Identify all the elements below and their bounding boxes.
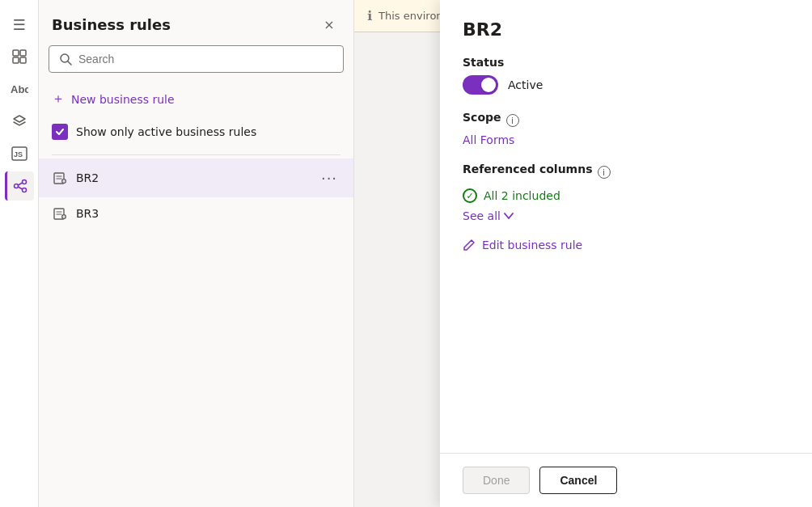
close-button[interactable]: ×	[318, 13, 340, 36]
flow-icon[interactable]	[5, 171, 34, 201]
info-icon: ℹ	[367, 8, 372, 23]
rule-name-br2: BR2	[76, 171, 99, 184]
svg-rect-2	[13, 57, 19, 63]
abc-icon[interactable]: Abc	[5, 74, 34, 104]
scope-section: Scope i All Forms	[463, 111, 789, 146]
svg-rect-3	[20, 57, 26, 63]
filter-label[interactable]: Show only active business rules	[76, 125, 256, 138]
business-rules-panel: Business rules × ＋ New business rule Sho…	[39, 0, 354, 507]
filter-row: Show only active business rules	[39, 116, 353, 148]
done-button[interactable]: Done	[463, 467, 530, 494]
panel-title: Business rules	[52, 16, 171, 33]
detail-panel: BR2 Status Active Scope i All Forms	[440, 0, 812, 507]
referenced-info-icon[interactable]: i	[598, 166, 611, 179]
js-icon[interactable]: JS	[5, 139, 34, 168]
svg-text:JS: JS	[14, 150, 23, 158]
panel-header: Business rules ×	[39, 0, 353, 45]
main-content: ℹ This environment is associated with [P…	[354, 0, 812, 507]
referenced-label: Referenced columns	[463, 163, 593, 175]
rule-item-br2[interactable]: BR2 ···	[39, 158, 353, 197]
svg-line-10	[19, 183, 23, 185]
toggle-text: Active	[508, 78, 543, 91]
rule-list: BR2 ··· BR3	[39, 155, 353, 230]
see-all-button[interactable]: See all	[463, 209, 789, 222]
search-container	[49, 45, 344, 73]
search-input[interactable]	[78, 53, 333, 65]
status-toggle[interactable]	[463, 75, 498, 95]
grid-icon[interactable]	[5, 42, 34, 71]
rule-name-br3: BR3	[76, 207, 99, 220]
cancel-button[interactable]: Cancel	[539, 467, 617, 494]
hamburger-icon[interactable]: ☰	[5, 10, 34, 39]
status-section: Status Active	[463, 56, 789, 95]
svg-rect-0	[13, 50, 19, 56]
toggle-row: Active	[463, 75, 789, 95]
detail-footer: Done Cancel	[440, 453, 812, 507]
status-label: Status	[463, 56, 789, 69]
check-circle-icon: ✓	[463, 188, 477, 203]
detail-content: BR2 Status Active Scope i All Forms	[440, 0, 812, 453]
layers-icon[interactable]	[5, 107, 34, 136]
icon-sidebar: ☰ Abc JS	[0, 0, 39, 507]
new-rule-button[interactable]: ＋ New business rule	[39, 82, 353, 116]
plus-icon: ＋	[52, 91, 65, 108]
search-box[interactable]	[49, 45, 344, 73]
scope-value: All Forms	[463, 133, 789, 146]
svg-text:Abc: Abc	[11, 83, 28, 95]
search-icon	[59, 53, 72, 65]
scope-info-icon[interactable]: i	[506, 114, 519, 127]
svg-rect-1	[20, 50, 26, 56]
rule-item-br3[interactable]: BR3	[39, 197, 353, 230]
chevron-down-icon	[504, 213, 514, 219]
show-active-checkbox[interactable]	[52, 124, 68, 140]
detail-title: BR2	[463, 19, 789, 40]
rule-icon-br3	[52, 205, 68, 222]
rule-icon-br2	[52, 170, 68, 186]
referenced-value: ✓ All 2 included	[463, 188, 789, 203]
svg-line-11	[19, 187, 23, 189]
svg-point-7	[15, 184, 19, 188]
edit-rule-button[interactable]: Edit business rule	[463, 239, 789, 251]
scope-label: Scope	[463, 111, 501, 124]
edit-icon	[463, 239, 476, 251]
referenced-section: Referenced columns i ✓ All 2 included Se…	[463, 163, 789, 222]
more-options-br2[interactable]: ···	[318, 167, 340, 189]
svg-point-8	[23, 180, 27, 184]
svg-point-9	[23, 188, 27, 192]
svg-line-13	[68, 61, 71, 65]
